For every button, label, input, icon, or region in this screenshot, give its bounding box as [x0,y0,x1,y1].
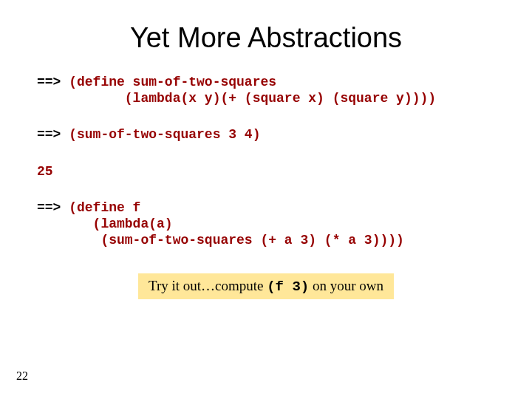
slide-title: Yet More Abstractions [37,22,495,54]
code-line: (define sum-of-two-squares [61,75,276,89]
page-number: 22 [16,369,28,383]
code-call-sum: ==> (sum-of-two-squares 3 4) [37,127,495,143]
callout-text-post: on your own [309,278,383,293]
code-result: 25 [37,164,495,180]
callout-text-pre: Try it out…compute [149,278,267,293]
code-line: (sum-of-two-squares (+ a 3) (* a 3)))) [37,233,404,248]
repl-prompt: ==> [37,200,61,215]
code-line: (lambda(a) [37,216,173,231]
code-line: (define f [61,200,140,215]
repl-prompt: ==> [37,127,61,142]
try-it-callout: Try it out…compute (f 3) on your own [138,273,394,299]
code-line: (sum-of-two-squares 3 4) [61,127,260,142]
callout-code: (f 3) [267,279,309,295]
code-line: (lambda(x y)(+ (square x) (square y)))) [37,91,436,106]
code-define-sum: ==> (define sum-of-two-squares (lambda(x… [37,75,495,106]
code-define-f: ==> (define f (lambda(a) (sum-of-two-squ… [37,200,495,248]
repl-prompt: ==> [37,75,61,89]
slide: Yet More Abstractions ==> (define sum-of… [0,0,532,399]
callout-container: Try it out…compute (f 3) on your own [37,269,495,299]
result-value: 25 [37,164,53,179]
